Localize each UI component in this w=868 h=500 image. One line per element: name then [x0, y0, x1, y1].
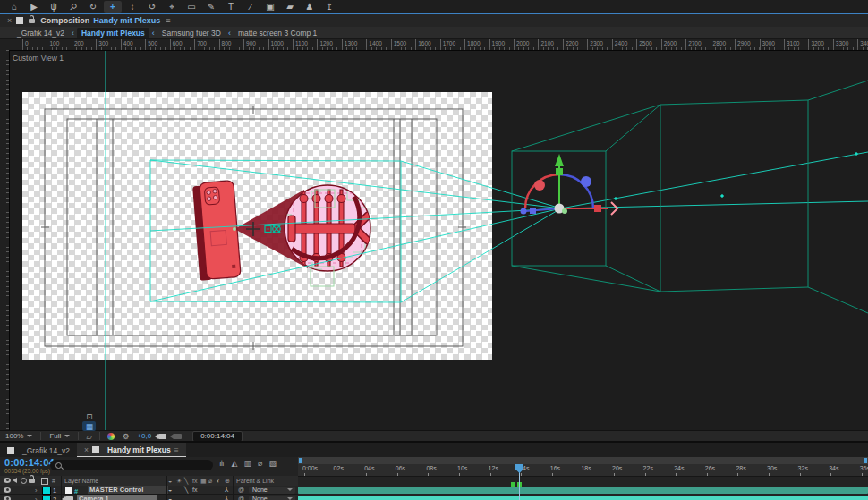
view-label[interactable]: Custom View 1: [13, 54, 64, 63]
color-management-button[interactable]: [104, 431, 117, 441]
keyframe-marker[interactable]: [511, 482, 515, 487]
layer-switch[interactable]: ◒: [168, 496, 172, 500]
tool-hand[interactable]: ψ: [45, 1, 63, 13]
layer-row[interactable]: ›2Camera 1◒⅄@None: [0, 495, 298, 500]
mask-visibility-button[interactable]: ▱: [82, 431, 96, 441]
draft-3d-button[interactable]: ◭: [232, 459, 238, 468]
tool-clone-stamp[interactable]: ▣: [261, 1, 279, 13]
snapshot-button[interactable]: [156, 431, 169, 441]
graph-editor-button[interactable]: ▧: [268, 459, 277, 468]
eye-toggle[interactable]: [4, 496, 11, 500]
collapse-transformations-switch-icon[interactable]: ☀: [176, 478, 182, 485]
exposure-value[interactable]: +0,0: [137, 432, 151, 440]
breadcrumb-item[interactable]: Handy mit Plexus: [77, 28, 149, 38]
current-time-display[interactable]: 0:00:14:04: [4, 457, 55, 468]
parent-dropdown[interactable]: None: [249, 487, 295, 494]
solo-icon[interactable]: [21, 478, 27, 485]
composition-title[interactable]: Handy mit Plexus: [93, 16, 160, 25]
resolution-dropdown[interactable]: Full: [44, 431, 75, 441]
tool-rotation[interactable]: ↺: [143, 1, 161, 13]
tool-home[interactable]: ⌂: [5, 1, 23, 13]
preview-timecode[interactable]: 0:00:14:04: [192, 431, 243, 442]
horizontal-ruler[interactable]: 0100200300400500600700800900100011001200…: [0, 39, 868, 51]
panel-target-icon[interactable]: [92, 446, 99, 453]
close-tab-icon[interactable]: ×: [84, 445, 89, 454]
x-axis-handle[interactable]: [594, 205, 601, 212]
x-rotation-handle[interactable]: [534, 180, 545, 191]
breadcrumb-item[interactable]: Samsung fuer 3D: [157, 28, 226, 38]
panel-menu-icon[interactable]: ≡: [174, 445, 179, 454]
layer-name-header[interactable]: Layer Name: [64, 478, 98, 484]
parent-link-header[interactable]: Parent & Link: [236, 478, 274, 484]
timeline-search[interactable]: [50, 460, 213, 470]
z-axis-handle[interactable]: [530, 208, 536, 214]
frame-blend-button[interactable]: ▥: [243, 459, 251, 468]
y-axis-handle[interactable]: [556, 168, 563, 175]
navigator-start-handle[interactable]: [299, 458, 302, 463]
label-icon[interactable]: [41, 478, 48, 486]
navigator-end-handle[interactable]: [864, 458, 867, 463]
magnifier-circle[interactable]: [284, 185, 370, 286]
magnification-dropdown[interactable]: 100%: [0, 431, 38, 441]
panel-menu-icon[interactable]: ≡: [166, 16, 170, 25]
panel-target-icon[interactable]: [7, 447, 14, 454]
lock-icon[interactable]: [29, 19, 35, 23]
breadcrumb-item[interactable]: matte screen 3 Comp 1: [234, 28, 321, 38]
tool-zoom[interactable]: ⚲: [64, 1, 82, 13]
fast-previews-button[interactable]: ⚙: [119, 431, 132, 441]
viewport-canvas[interactable]: [0, 39, 868, 430]
effects-switch-icon[interactable]: fx: [192, 478, 197, 484]
composition-viewport[interactable]: 0100200300400500600700800900100011001200…: [0, 39, 868, 430]
breadcrumb-item[interactable]: _Grafik 14_v2: [13, 28, 69, 38]
tool-pan-camera[interactable]: +: [104, 1, 122, 13]
timeline-tab[interactable]: _Grafik 14_v2: [0, 444, 77, 457]
quality-switch-icon[interactable]: ╲: [184, 478, 188, 485]
tool-puppet-pin[interactable]: ↥: [320, 1, 338, 13]
3d-layer-switch-icon[interactable]: ⊕: [225, 478, 230, 485]
eye-toggle[interactable]: [4, 487, 11, 495]
label-color-swatch[interactable]: [42, 496, 51, 500]
layer-switch[interactable]: ◒: [168, 487, 172, 493]
frame-blend-switch-icon[interactable]: ▦: [200, 478, 207, 485]
search-input[interactable]: [64, 461, 193, 470]
tool-pan-behind[interactable]: ⌖: [163, 1, 181, 13]
motion-blur-button[interactable]: ⌀: [258, 459, 262, 468]
vertical-ruler[interactable]: [0, 50, 10, 430]
tool-dolly-camera[interactable]: ↕: [123, 1, 141, 13]
tool-orbit-camera[interactable]: ↻: [84, 1, 102, 13]
pick-whip-icon[interactable]: @: [238, 496, 244, 500]
tool-pen[interactable]: ✎: [202, 1, 220, 13]
layer-duration-bar[interactable]: [298, 487, 868, 494]
tool-rectangle[interactable]: ▭: [183, 1, 200, 13]
close-tab-icon[interactable]: ×: [7, 16, 12, 25]
tool-selection[interactable]: ▶: [25, 1, 43, 13]
shy-switch-icon[interactable]: ◒: [168, 478, 172, 484]
tool-type[interactable]: T: [222, 1, 240, 13]
audio-icon[interactable]: [13, 478, 17, 484]
layer-row[interactable]: ›1 #MASTER Control◒╲fx⅄@None: [0, 486, 298, 495]
layer-name[interactable]: Camera 1: [77, 495, 157, 500]
panel-target-icon[interactable]: [16, 17, 23, 24]
show-snapshot-button[interactable]: [171, 431, 184, 441]
layer-switch[interactable]: ⅄: [225, 496, 228, 500]
motion-blur-switch-icon[interactable]: ⌀: [208, 478, 212, 485]
time-ruler[interactable]: 0:00s02s04s06s08s10s12s14s16s18s20s22s24…: [298, 464, 868, 477]
timeline-tab[interactable]: ×Handy mit Plexus≡: [77, 443, 186, 457]
eye-icon[interactable]: [4, 478, 11, 484]
layer-duration-bar[interactable]: [298, 496, 868, 500]
mini-flowchart-button[interactable]: ⋔: [218, 459, 226, 468]
pick-whip-icon[interactable]: @: [238, 487, 244, 493]
adjustment-layer-switch-icon[interactable]: ◐: [217, 478, 220, 484]
z-rotation-handle[interactable]: [581, 176, 591, 187]
transparency-grid-button[interactable]: ▦: [82, 421, 96, 431]
tool-eraser[interactable]: ▰: [281, 1, 299, 13]
tool-brush[interactable]: ∕: [242, 1, 260, 13]
composition-tab-bar[interactable]: × Composition Handy mit Plexus ≡: [0, 14, 868, 27]
layer-switch[interactable]: fx: [192, 487, 197, 493]
layer-switch[interactable]: ⅄: [225, 487, 228, 494]
parent-dropdown[interactable]: None: [249, 496, 295, 500]
layer-name[interactable]: MASTER Control: [88, 486, 168, 494]
layer-switch[interactable]: ╲: [184, 487, 188, 494]
tool-roto-brush[interactable]: ♟: [301, 1, 319, 13]
region-of-interest-button[interactable]: ⊡: [82, 411, 96, 421]
